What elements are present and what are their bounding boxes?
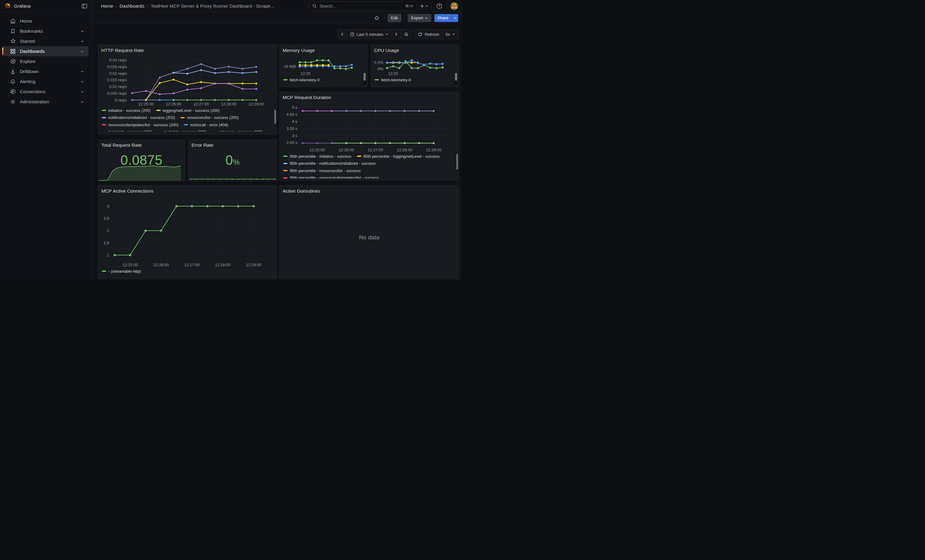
svg-text:16 MiB: 16 MiB: [284, 64, 296, 69]
legend-item[interactable]: initialize - success (200): [102, 107, 151, 114]
chevron-down-icon: [452, 33, 455, 36]
panel-title[interactable]: Memory Usage: [283, 47, 364, 56]
zoom-out-button[interactable]: [401, 30, 412, 39]
sidebar-item-home[interactable]: Home: [3, 16, 88, 26]
refresh-interval-picker[interactable]: 5s: [443, 30, 458, 39]
search-input[interactable]: Search... ⌘+k: [309, 2, 417, 11]
legend-item[interactable]: fetch-telemetry-0: [375, 77, 411, 83]
divider: [431, 3, 432, 9]
legend-scrollbar[interactable]: [454, 72, 458, 85]
sidebar-item-administration[interactable]: Administration: [3, 97, 88, 107]
legend-swatch: [102, 117, 106, 118]
chevron-down-icon[interactable]: [80, 70, 84, 74]
panel-title[interactable]: Total Request Rate: [98, 142, 185, 150]
plug-icon: [10, 89, 16, 95]
svg-text:4.50 s: 4.50 s: [286, 112, 298, 117]
legend-item[interactable]: logging/setLevel - success (200): [156, 107, 220, 114]
help-button[interactable]: [435, 2, 444, 11]
chevron-down-icon[interactable]: [80, 39, 84, 43]
svg-text:0%: 0%: [377, 67, 383, 71]
legend-swatch: [156, 110, 161, 111]
svg-text:5 s: 5 s: [292, 105, 298, 110]
user-avatar[interactable]: [450, 2, 458, 10]
divider: [404, 15, 405, 21]
grafana-logo-icon[interactable]: [4, 3, 11, 9]
legend-label: 95th percentile - initialize - success: [290, 154, 351, 159]
legend-label: resources/templates/list - success (200): [108, 123, 178, 127]
legend-scrollbar[interactable]: [456, 154, 458, 170]
sidebar-item-drilldown[interactable]: Drilldown: [3, 66, 88, 77]
chevron-down-icon[interactable]: [80, 29, 84, 33]
legend-item[interactable]: 95th percentile - notifications/initiali…: [283, 160, 376, 167]
legend-scrollbar[interactable]: [274, 110, 276, 124]
add-new-button[interactable]: [420, 4, 428, 9]
breadcrumb-dashboards[interactable]: Dashboards: [120, 3, 145, 9]
legend-item[interactable]: 95th percentile - resources/templates/li…: [283, 174, 379, 179]
svg-text:12:27:00: 12:27:00: [193, 102, 209, 107]
breadcrumb-separator-icon: ›: [147, 3, 148, 9]
legend-scrollbar[interactable]: [363, 72, 367, 85]
total-request-rate-value: 0.0875: [98, 153, 185, 168]
dock-menu-icon[interactable]: [80, 2, 88, 10]
legend-label: 95th percentile - notifications/initiali…: [290, 161, 376, 166]
sidebar-item-explore[interactable]: Explore: [3, 56, 88, 66]
legend-swatch: [184, 124, 188, 125]
sidebar-item-alerting[interactable]: Alerting: [3, 77, 88, 87]
legend-swatch: [158, 131, 162, 132]
svg-text:12:25: 12:25: [300, 71, 310, 76]
legend-item[interactable]: resources/templates/list - success (200): [102, 122, 178, 128]
chevron-down-icon[interactable]: [80, 80, 84, 83]
svg-text:12:27:00: 12:27:00: [368, 148, 383, 152]
sidebar-item-dashboards[interactable]: Dashboards: [3, 46, 88, 56]
refresh-button[interactable]: Refresh: [415, 30, 442, 39]
time-shift-forward-button[interactable]: [392, 30, 401, 39]
legend-item[interactable]: fetch-telemetry-0: [283, 77, 319, 83]
share-button[interactable]: Share: [434, 14, 452, 22]
panel-title[interactable]: CPU Usage: [374, 47, 456, 56]
favorite-star-button[interactable]: [372, 14, 381, 22]
chevron-down-icon[interactable]: [80, 90, 84, 93]
breadcrumb-home[interactable]: Home: [101, 3, 113, 9]
time-shift-back-button[interactable]: [338, 30, 347, 39]
legend-item[interactable]: tools/call - success (200): [102, 128, 152, 131]
chevron-down-icon[interactable]: [80, 50, 84, 53]
sidebar-item-starred[interactable]: Starred: [3, 36, 88, 46]
legend-item[interactable]: - (streamable-http): [102, 268, 141, 275]
http-request-rate-legend: initialize - success (200)logging/setLev…: [101, 107, 274, 131]
legend-item[interactable]: 95th percentile - logging/setLevel - suc…: [357, 153, 440, 160]
sidebar-item-bookmarks[interactable]: Bookmarks: [3, 26, 88, 36]
legend-item[interactable]: 95th percentile - initialize - success: [283, 153, 351, 160]
panel-title[interactable]: MCP Request Duration: [283, 95, 456, 102]
legend-item[interactable]: tools/list - success (200): [158, 128, 206, 131]
chevron-down-icon: [386, 33, 389, 36]
share-menu-button[interactable]: [452, 14, 458, 22]
svg-text:2.5: 2.5: [104, 216, 109, 221]
svg-text:3: 3: [107, 204, 109, 209]
nav-actions: Search... ⌘+k: [309, 2, 462, 11]
chevron-down-icon[interactable]: [80, 100, 84, 104]
legend-item[interactable]: resources/list - success (200): [181, 114, 239, 121]
legend-item[interactable]: notifications/initialized - success (202…: [102, 114, 175, 121]
legend-label: 95th percentile - resources/templates/li…: [290, 176, 379, 179]
legend-item[interactable]: unknown - success (200): [212, 128, 263, 131]
sidebar-item-connections[interactable]: Connections: [3, 87, 88, 97]
zoom-out-icon: [404, 32, 409, 37]
panel-title[interactable]: MCP Active Connections: [101, 188, 274, 196]
time-range-picker[interactable]: Last 5 minutes: [347, 30, 392, 39]
time-controls: Last 5 minutes Refresh: [337, 29, 458, 39]
sidebar-item-label: Administration: [20, 99, 80, 104]
legend-label: 95th percentile - resources/list - succe…: [290, 168, 361, 173]
panel-cpu-usage: CPU Usage 0.2%0%12:25 fetch-telemetry-0: [371, 45, 459, 87]
edit-button-label: Edit: [391, 16, 398, 20]
top-nav: Grafana Home › Dashboards › ToolHive MCP…: [0, 0, 462, 12]
panel-title[interactable]: Error Rate: [188, 142, 277, 150]
legend-label: tools/call - error (404): [190, 123, 228, 127]
star-icon: [10, 38, 16, 44]
legend-item[interactable]: 95th percentile - resources/list - succe…: [283, 167, 361, 174]
export-button[interactable]: Export: [408, 14, 431, 22]
legend-item[interactable]: tools/call - error (404): [184, 122, 228, 128]
panel-title[interactable]: HTTP Request Rate: [101, 47, 274, 56]
chevron-down-icon: [453, 17, 457, 20]
edit-button[interactable]: Edit: [387, 14, 401, 22]
panel-title[interactable]: Active Goroutines: [283, 188, 456, 196]
